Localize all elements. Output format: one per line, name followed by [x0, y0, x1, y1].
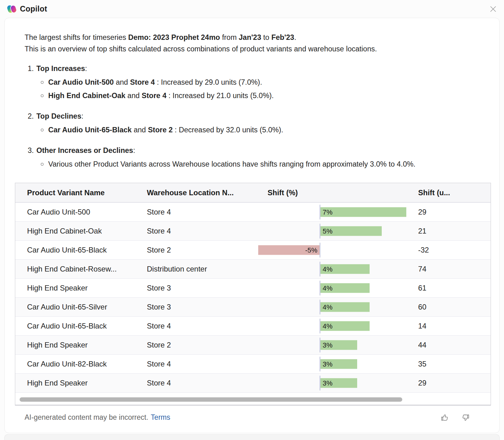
bold-text: Jan'23 — [239, 33, 261, 41]
feedback-buttons — [440, 413, 470, 422]
shift-bar: 5% — [320, 226, 382, 236]
bold-text: Store 4 — [142, 92, 166, 100]
bullet-marker-icon — [41, 163, 44, 166]
cell-shift-bar: 4% — [256, 298, 407, 316]
cell-shift-bar: 3% — [256, 336, 407, 354]
bullet-text: Car Audio Unit-500 and Store 4 : Increas… — [48, 76, 486, 89]
cell-product: Car Audio Unit-82-Black — [15, 360, 135, 368]
response-card: The largest shifts for timeseries Demo: … — [4, 18, 500, 433]
text-run: and — [114, 78, 130, 86]
shift-bar: 4% — [320, 302, 370, 312]
section-heading: 2. Top Declines: — [28, 111, 486, 122]
cell-shift-units: 21 — [407, 227, 491, 235]
cell-warehouse: Store 2 — [135, 246, 256, 254]
cell-product: Car Audio Unit-65-Black — [15, 246, 135, 254]
table-row: High End Cabinet-Oak Store 4 5% 21 — [15, 221, 491, 240]
section-title-wrap: Top Increases: — [36, 63, 87, 74]
bold-text: Car Audio Unit-65-Black — [48, 126, 132, 134]
bold-text: Feb'23 — [271, 33, 294, 41]
cell-shift-units: -32 — [407, 246, 491, 254]
text-run: to — [261, 33, 271, 41]
section-number: 2. — [28, 111, 36, 122]
table-header-row: Product Variant Name Warehouse Location … — [15, 183, 491, 202]
shift-bar: -5% — [258, 245, 320, 255]
next-card-edge — [4, 434, 500, 440]
shift-bar: 3% — [320, 378, 357, 388]
table-row: Car Audio Unit-65-Black Store 4 4% 14 — [15, 316, 491, 335]
bar-label: 5% — [323, 227, 333, 235]
list-section: 1. Top Increases: Car Audio Unit-500 and… — [25, 63, 486, 102]
cell-product: High End Cabinet-Rosew... — [15, 265, 135, 273]
shifts-table: Product Variant Name Warehouse Location … — [15, 183, 491, 405]
shift-bar: 4% — [320, 283, 370, 293]
table-body: Car Audio Unit-500 Store 4 7% 29 High En… — [15, 202, 491, 392]
section-title: Other Increases or Declines — [36, 146, 133, 154]
cell-warehouse: Store 4 — [135, 379, 256, 387]
bar-label: 4% — [323, 284, 333, 292]
cell-warehouse: Store 4 — [135, 322, 256, 330]
numbered-list: 1. Top Increases: Car Audio Unit-500 and… — [25, 63, 486, 171]
table-row: High End Speaker Store 4 3% 29 — [15, 373, 491, 392]
cell-warehouse: Store 4 — [135, 227, 256, 235]
bar-label: 3% — [323, 341, 333, 349]
bullet-marker-icon — [41, 81, 44, 84]
cell-shift-bar: 7% — [256, 203, 407, 221]
cell-shift-units: 61 — [407, 284, 491, 292]
bullet-item: High End Cabinet-Oak and Store 4 : Incre… — [28, 89, 486, 102]
terms-link[interactable]: Terms — [151, 413, 170, 421]
text-run: and — [125, 92, 142, 100]
column-header-shift-units: Shift (u... — [407, 188, 491, 197]
cell-shift-bar: -5% — [256, 241, 407, 259]
footer-disclaimer-row: AI-generated content may be incorrect.Te… — [25, 413, 170, 422]
cell-shift-bar: 4% — [256, 260, 407, 278]
bold-text: Demo: 2023 Prophet 24mo — [128, 33, 220, 41]
summary-line-2: This is an overview of top shifts calcul… — [25, 43, 486, 55]
thumbs-up-button[interactable] — [440, 413, 450, 422]
bullet-item: Car Audio Unit-65-Black and Store 2 : De… — [28, 123, 486, 137]
cell-product: High End Speaker — [15, 379, 135, 387]
table-scrollbar — [15, 392, 491, 405]
cell-shift-bar: 3% — [256, 355, 407, 373]
table-row: Car Audio Unit-65-Silver Store 3 4% 60 — [15, 297, 491, 316]
text-run: . — [294, 33, 296, 41]
cell-shift-bar: 3% — [256, 374, 407, 392]
copilot-logo-icon — [7, 4, 17, 14]
copilot-pane: { "header": { "app_title": "Copilot" }, … — [0, 0, 504, 440]
cell-warehouse: Store 2 — [135, 341, 256, 349]
section-heading: 1. Top Increases: — [28, 63, 486, 74]
bullet-list: Car Audio Unit-65-Black and Store 2 : De… — [28, 123, 486, 137]
cell-product: Car Audio Unit-65-Silver — [15, 303, 135, 311]
bullet-item: Car Audio Unit-500 and Store 4 : Increas… — [28, 76, 486, 89]
bar-axis — [320, 243, 320, 258]
list-section: 3. Other Increases or Declines: Various … — [25, 145, 486, 171]
section-number: 1. — [28, 63, 36, 74]
table-row: Car Audio Unit-82-Black Store 4 3% 35 — [15, 354, 491, 373]
cell-product: Car Audio Unit-65-Black — [15, 322, 135, 330]
table-row: High End Speaker Store 2 3% 44 — [15, 335, 491, 354]
thumbs-down-button[interactable] — [461, 413, 470, 422]
bullet-marker-icon — [41, 94, 44, 97]
thumbs-down-icon — [461, 413, 470, 422]
cell-warehouse: Store 3 — [135, 303, 256, 311]
column-header-warehouse: Warehouse Location N... — [135, 188, 256, 197]
app-header: Copilot — [0, 0, 504, 18]
cell-shift-bar: 4% — [256, 279, 407, 297]
list-section: 2. Top Declines: Car Audio Unit-65-Black… — [25, 111, 486, 137]
bar-label: 4% — [323, 303, 333, 311]
bar-label: -5% — [305, 246, 317, 254]
cell-warehouse: Store 4 — [135, 208, 256, 216]
close-button[interactable] — [488, 4, 498, 14]
section-title: Top Declines — [36, 112, 82, 120]
table-row: Car Audio Unit-500 Store 4 7% 29 — [15, 202, 491, 221]
section-title: Top Increases — [36, 64, 85, 73]
shift-bar: 3% — [320, 359, 357, 369]
section-title-wrap: Other Increases or Declines: — [36, 145, 135, 156]
thumbs-up-icon — [441, 413, 449, 422]
bar-label: 4% — [323, 265, 333, 273]
scrollbar-thumb[interactable] — [20, 397, 402, 402]
cell-product: High End Cabinet-Oak — [15, 227, 135, 235]
bullet-list: Car Audio Unit-500 and Store 4 : Increas… — [28, 76, 486, 102]
section-title-suffix: : — [82, 112, 84, 120]
cell-shift-units: 29 — [407, 379, 491, 387]
cell-product: Car Audio Unit-500 — [15, 208, 135, 216]
